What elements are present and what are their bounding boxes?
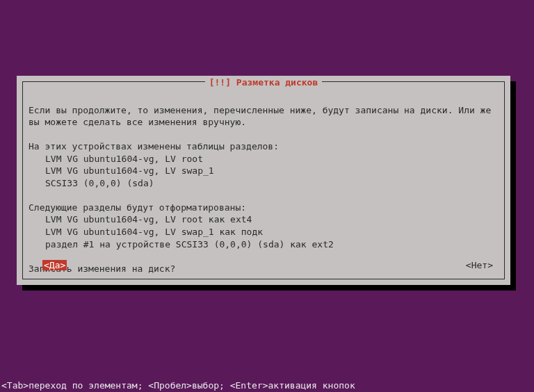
section2-header: Следующие разделы будут отформатированы: [29,202,246,213]
dialog-title-wrap: [!!] Разметка дисков [23,76,504,89]
dialog-buttons: <Да> <Нет> [29,259,499,272]
dialog-title: [!!] Разметка дисков [205,76,323,89]
section1-item: SCSI33 (0,0,0) (sda) [29,177,499,190]
partition-dialog: [!!] Разметка дисков Если вы продолжите,… [17,76,510,285]
no-button[interactable]: <Нет> [464,260,494,270]
section2-item: LVM VG ubuntu1604-vg, LV root как ext4 [29,213,499,226]
dialog-content: Если вы продолжите, то изменения, перечи… [29,92,499,272]
status-bar: <Tab>переход по элементам; <Пробел>выбор… [0,379,534,392]
section1-item: LVM VG ubuntu1604-vg, LV swap_1 [29,165,499,177]
yes-button[interactable]: <Да> [42,260,67,270]
dialog-inner-border: [!!] Разметка дисков Если вы продолжите,… [22,81,505,279]
section1-item: LVM VG ubuntu1604-vg, LV root [29,153,499,165]
section2-item: раздел #1 на устройстве SCSI33 (0,0,0) (… [29,238,499,251]
section2-item: LVM VG ubuntu1604-vg, LV swap_1 как подк [29,226,499,238]
intro-paragraph: Если вы продолжите, то изменения, перечи… [29,105,496,128]
section1-header: На этих устройствах изменены таблицы раз… [29,141,279,152]
